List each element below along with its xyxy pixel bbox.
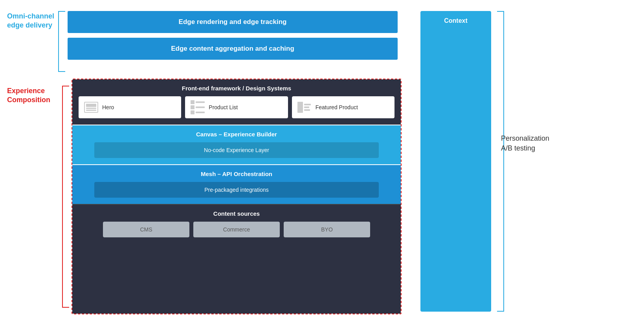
edge-rendering-box: Edge rendering and edge tracking <box>68 11 398 33</box>
hero-icon-top <box>86 104 96 107</box>
commerce-card[interactable]: Commerce <box>193 222 280 237</box>
product-list-card[interactable]: Product List <box>185 96 288 118</box>
omni-bracket <box>58 11 65 72</box>
personalization-label: PersonalizationA/B testing <box>501 134 580 153</box>
product-list-label: Product List <box>209 104 238 111</box>
hero-card[interactable]: Hero <box>79 96 181 118</box>
frontend-section: Front-end framework / Design Systems Her… <box>72 79 401 125</box>
experience-composition-label: ExperienceComposition <box>7 86 58 105</box>
content-section: Content sources CMS Commerce BYO <box>72 204 401 314</box>
context-panel: Context <box>420 11 491 312</box>
main-dashed-container: Front-end framework / Design Systems Her… <box>72 79 402 314</box>
byo-card[interactable]: BYO <box>284 222 370 237</box>
omni-channel-label: Omni-channeledge delivery <box>7 12 54 30</box>
experience-bracket <box>62 86 69 308</box>
featured-product-label: Featured Product <box>316 104 358 111</box>
featured-product-icon <box>297 102 312 113</box>
featured-product-card[interactable]: Featured Product <box>292 96 394 118</box>
nocode-layer-box: No-code Experience Layer <box>94 142 379 158</box>
context-title: Context <box>444 17 468 24</box>
hero-icon-bot <box>86 108 96 109</box>
prepackaged-integrations-box: Pre-packaged integrations <box>94 182 379 198</box>
component-cards: Hero <box>79 96 394 118</box>
hero-icon <box>84 102 98 113</box>
mesh-section: Mesh – API Orchestration Pre-packaged in… <box>72 164 401 204</box>
hero-icon-bot2 <box>86 110 96 111</box>
personalization-bracket <box>497 11 504 312</box>
top-section: Edge rendering and edge tracking Edge co… <box>68 11 398 60</box>
mesh-title: Mesh – API Orchestration <box>79 171 394 177</box>
canvas-section: Canvas – Experience Builder No-code Expe… <box>72 125 401 164</box>
content-title: Content sources <box>79 210 394 217</box>
diagram-container: Omni-channeledge delivery Edge rendering… <box>0 0 644 336</box>
edge-content-box: Edge content aggregation and caching <box>68 38 398 60</box>
canvas-title: Canvas – Experience Builder <box>79 131 394 138</box>
frontend-title: Front-end framework / Design Systems <box>79 85 394 92</box>
hero-label: Hero <box>102 104 114 111</box>
source-cards: CMS Commerce BYO <box>79 222 394 237</box>
product-list-icon <box>191 100 205 114</box>
cms-card[interactable]: CMS <box>103 222 189 237</box>
